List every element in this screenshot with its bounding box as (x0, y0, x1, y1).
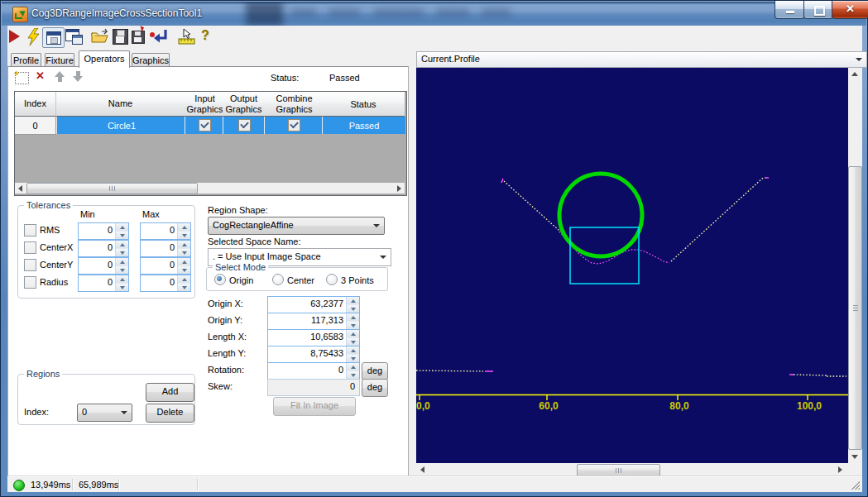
origin-y-spinner[interactable]: 117,313 (267, 313, 360, 330)
maximize-button[interactable] (803, 1, 833, 19)
run-continuous-button[interactable] (27, 28, 41, 45)
col-header-input-graphics[interactable]: Input Graphics (185, 92, 226, 117)
radius-min-spinner[interactable]: 0 (78, 275, 129, 292)
col-header-name[interactable]: Name (56, 92, 185, 117)
centery-min-spinner[interactable]: 0 (78, 257, 129, 275)
profile-display-canvas[interactable]: 0,0 60,0 80,0 100,0 (416, 68, 848, 463)
scroll-right-icon[interactable] (397, 185, 401, 192)
row-index-cell[interactable]: 0 (15, 117, 56, 135)
region-index-label: Index: (24, 407, 49, 417)
delete-operator-button[interactable]: ✕ (36, 69, 45, 82)
resize-grip[interactable] (851, 481, 860, 490)
reset-button[interactable] (149, 28, 169, 45)
scroll-left-icon[interactable] (18, 185, 22, 192)
x-axis-label: 60,0 (539, 400, 559, 412)
x-axis-label: 100,0 (797, 400, 822, 412)
display-selector-combobox[interactable]: Current.Profile (416, 51, 867, 68)
circle-graphic[interactable] (559, 174, 642, 256)
rms-checkbox[interactable] (24, 224, 36, 237)
row-input-graphics-cell[interactable] (185, 117, 223, 134)
add-operator-button[interactable]: ✦ (15, 72, 29, 84)
col-header-output-graphics[interactable]: Output Graphics (223, 92, 266, 117)
output-graphics-checkbox[interactable] (238, 119, 251, 131)
tab-profile[interactable]: Profile (11, 53, 41, 67)
scroll-down-icon[interactable] (851, 455, 858, 459)
centerx-checkbox[interactable] (24, 241, 36, 254)
grid-hscrollbar[interactable] (15, 183, 405, 194)
row-status-cell[interactable]: Passed (322, 117, 405, 134)
window-content: ? Profile Fixture Operators Graphics ✦ ✕… (7, 26, 862, 491)
region-shape-combobox[interactable]: CogRectangleAffine (208, 217, 385, 235)
electric-button[interactable] (177, 28, 197, 45)
region-shape-label: Region Shape: (208, 205, 268, 215)
up-arrow-icon (55, 71, 65, 77)
skew-label: Skew: (208, 381, 233, 391)
radio-off-icon (326, 274, 338, 285)
rotation-deg-button[interactable]: deg (362, 362, 388, 380)
add-region-button[interactable]: Add (146, 383, 194, 402)
delete-region-button[interactable]: Delete (146, 404, 194, 423)
scroll-up-icon[interactable] (851, 72, 858, 76)
input-graphics-checkbox[interactable] (199, 119, 211, 131)
length-y-spinner[interactable]: 8,75433 (267, 346, 360, 363)
profile-magenta-tip-left (501, 179, 503, 183)
scroll-left-icon[interactable] (420, 466, 424, 473)
radius-label: Radius (40, 277, 68, 287)
centery-checkbox[interactable] (24, 259, 36, 271)
run-button[interactable] (9, 30, 20, 43)
chevron-down-icon (121, 411, 127, 414)
row-output-graphics-cell[interactable] (223, 117, 265, 134)
grid-hscrollbar-thumb[interactable] (26, 183, 198, 194)
titlebar-glass-smudge (246, 2, 283, 26)
centery-max-spinner[interactable]: 0 (140, 257, 191, 275)
move-up-button[interactable] (55, 71, 65, 82)
save-as-button[interactable] (132, 31, 145, 44)
skew-field: 0 (267, 379, 360, 396)
tab-graphics[interactable]: Graphics (132, 53, 170, 67)
centerx-max-spinner[interactable]: 0 (140, 240, 191, 257)
reset-icon (150, 32, 155, 37)
region-index-combobox[interactable]: 0 (77, 404, 132, 422)
display-vscrollbar-thumb[interactable] (848, 166, 862, 450)
display-hscrollbar-thumb[interactable] (577, 464, 660, 476)
down-arrow-icon (73, 76, 83, 82)
rms-min-spinner[interactable]: 0 (78, 222, 129, 240)
origin-x-spinner[interactable]: 63,2377 (267, 296, 360, 313)
radius-max-spinner[interactable]: 0 (140, 275, 191, 292)
skew-deg-button[interactable]: deg (362, 379, 388, 397)
display-hscrollbar[interactable] (416, 464, 846, 475)
scroll-right-icon[interactable] (838, 466, 842, 473)
tab-operators[interactable]: Operators (79, 50, 130, 68)
minimize-icon (786, 11, 794, 13)
col-header-status[interactable]: Status (322, 92, 405, 117)
radio-center[interactable]: Center (272, 274, 314, 285)
titlebar-glass-smudge (436, 8, 469, 16)
row-combine-graphics-cell[interactable] (264, 117, 323, 134)
length-x-spinner[interactable]: 10,6583 (267, 329, 360, 346)
col-header-combine-graphics[interactable]: Combine Graphics (264, 92, 325, 117)
show-image-copy-button[interactable] (65, 29, 82, 44)
rms-max-spinner[interactable]: 0 (140, 222, 191, 240)
minimize-button[interactable] (774, 1, 805, 19)
help-button[interactable]: ? (201, 28, 209, 45)
radio-origin[interactable]: Origin (214, 274, 253, 285)
row-name-cell[interactable]: Circle1 (56, 117, 186, 134)
close-button[interactable]: ✕ (832, 1, 868, 19)
radio-3points[interactable]: 3 Points (326, 274, 374, 285)
rotation-spinner[interactable]: 0 (267, 362, 360, 380)
fit-in-image-button[interactable]: Fit In Image (273, 397, 356, 416)
statusbar-separator (118, 479, 119, 490)
combine-graphics-checkbox[interactable] (288, 119, 300, 131)
display-vscrollbar[interactable] (848, 68, 861, 463)
centerx-min-spinner[interactable]: 0 (78, 240, 129, 257)
origin-y-label: Origin Y: (208, 315, 242, 325)
radius-checkbox[interactable] (24, 276, 36, 289)
tab-fixture[interactable]: Fixture (45, 53, 74, 67)
save-button[interactable] (113, 29, 128, 45)
col-header-index[interactable]: Index (15, 92, 56, 117)
move-down-button[interactable] (73, 71, 83, 82)
select-mode-title: Select Mode (213, 262, 268, 272)
show-image-toggle[interactable] (42, 27, 65, 48)
open-button[interactable] (90, 28, 110, 45)
titlebar[interactable]: Cog3DRangeImageCrossSectionTool1 (2, 2, 866, 26)
